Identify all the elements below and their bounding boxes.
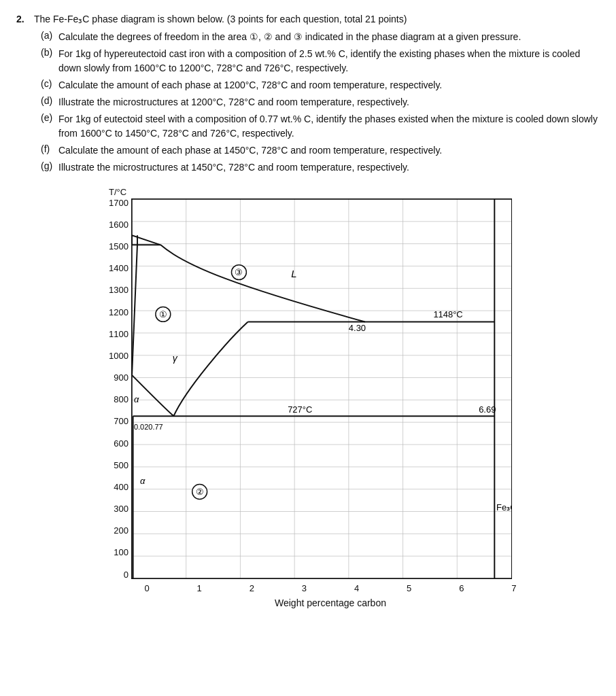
xtick-5: 5: [403, 583, 416, 593]
xtick-6: 6: [455, 583, 468, 593]
ytick-400: 400: [114, 483, 129, 491]
ytick-800: 800: [114, 395, 129, 404]
ytick-300: 300: [114, 504, 129, 513]
xtick-3: 3: [297, 583, 311, 593]
liquid-label: L: [291, 267, 296, 279]
sub-question-a: (a) Calculate the degrees of freedom in …: [41, 30, 600, 44]
fe3c-label: Fe₃C: [496, 502, 512, 512]
sub-label-b: (b): [41, 47, 56, 75]
sub-label-d: (d): [41, 95, 56, 109]
comp-430-label: 4.30: [349, 323, 366, 333]
ytick-900: 900: [114, 373, 129, 382]
gamma-label: γ: [173, 353, 178, 364]
yaxis-label: T/°C: [109, 187, 521, 197]
ytick-1400: 1400: [109, 264, 129, 273]
sub-text-d: Illustrate the microstructures at 1200°C…: [58, 95, 600, 109]
ytick-200: 200: [114, 526, 129, 535]
question-container: 2. The Fe-Fe₃C phase diagram is shown be…: [16, 14, 600, 608]
xtick-0: 0: [140, 583, 154, 593]
chart-svg-container: 1148°C 4.30 Fe₃C: [131, 198, 512, 579]
region-2-label: ②: [196, 487, 204, 497]
alpha-upper-label: α: [134, 394, 139, 404]
sub-text-b: For 1kg of hypereutectoid cast iron with…: [58, 47, 600, 75]
ytick-1200: 1200: [109, 308, 129, 317]
ytick-600: 600: [114, 439, 129, 448]
sub-text-a: Calculate the degrees of freedom in the …: [58, 30, 600, 44]
ytick-1100: 1100: [109, 330, 129, 338]
ytick-1500: 1500: [109, 242, 129, 251]
sub-text-c: Calculate the amount of each phase at 12…: [58, 78, 600, 92]
temp-1148-label: 1148°C: [433, 309, 462, 319]
ytick-100: 100: [114, 548, 129, 557]
sub-question-f: (f) Calculate the amount of each phase a…: [41, 143, 600, 157]
sub-text-f: Calculate the amount of each phase at 14…: [58, 143, 600, 157]
sub-question-d: (d) Illustrate the microstructures at 12…: [41, 95, 600, 109]
sub-question-e: (e) For 1kg of eutectoid steel with a co…: [41, 112, 600, 140]
ytick-1600: 1600: [109, 220, 129, 229]
sub-text-e: For 1kg of eutectoid steel with a compos…: [58, 112, 600, 140]
sub-label-g: (g): [41, 160, 56, 174]
temp-727-label: 727°C: [288, 404, 312, 415]
ytick-700: 700: [114, 417, 129, 425]
phase-diagram-svg: 1148°C 4.30 Fe₃C: [131, 198, 512, 579]
xaxis-label: Weight percentage carbon: [140, 597, 521, 608]
region-3-label: ③: [235, 267, 243, 277]
region-1-label: ①: [159, 309, 167, 319]
sub-label-e: (e): [41, 112, 56, 140]
svg-rect-0: [132, 199, 511, 578]
alpha-lower-label: α: [140, 475, 146, 485]
y-ticks: 1700 1600 1500 1400 1300 1200 1100 1000 …: [109, 198, 131, 579]
question-number: 2.: [16, 14, 29, 24]
sub-question-b: (b) For 1kg of hypereutectoid cast iron …: [41, 47, 600, 75]
ytick-0: 0: [124, 570, 129, 579]
sub-question-g: (g) Illustrate the microstructures at 14…: [41, 160, 600, 174]
sub-label-c: (c): [41, 78, 56, 92]
question-title: The Fe-Fe₃C phase diagram is shown below…: [34, 14, 600, 24]
ytick-500: 500: [114, 461, 129, 470]
sub-label-a: (a): [41, 30, 56, 44]
sub-questions: (a) Calculate the degrees of freedom in …: [41, 30, 600, 175]
phase-diagram-container: T/°C 1700 1600 1500 1400 1300 1200 1100 …: [30, 187, 600, 608]
comp-002-077-label: 0.020.77: [134, 422, 163, 430]
sub-question-c: (c) Calculate the amount of each phase a…: [41, 78, 600, 92]
xtick-2: 2: [245, 583, 258, 593]
xtick-4: 4: [350, 583, 364, 593]
ytick-1300: 1300: [109, 285, 129, 294]
comp-669-label: 6.69: [479, 404, 496, 415]
ytick-1700: 1700: [109, 198, 129, 207]
x-ticks: 0 1 2 3 4 5 6 7: [140, 583, 521, 593]
sub-text-g: Illustrate the microstructures at 1450°C…: [58, 160, 600, 174]
sub-label-f: (f): [41, 143, 56, 157]
ytick-1000: 1000: [109, 351, 129, 360]
xtick-7: 7: [507, 583, 521, 593]
xtick-1: 1: [192, 583, 206, 593]
